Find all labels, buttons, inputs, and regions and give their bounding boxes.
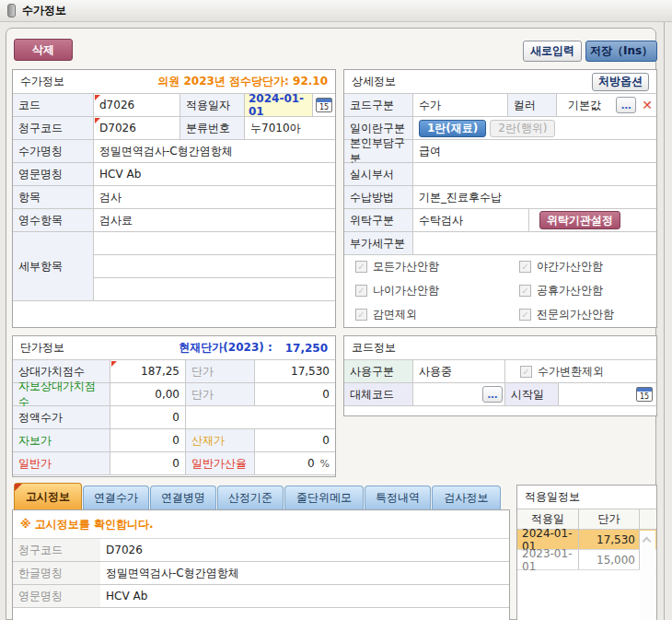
checkbox-label: 나이가산안함 (373, 283, 439, 298)
line-type-option-2[interactable]: 2란(행위) (490, 120, 555, 137)
apply-schedule-title: 적용일정보 (525, 489, 580, 505)
save-button[interactable]: 저장（Ins） (585, 41, 657, 62)
checkbox-icon: ✓ (519, 261, 531, 273)
detail-info-title: 상세정보 (352, 74, 396, 89)
apply-schedule-header: 적용일정보 (517, 485, 656, 509)
tab-gosi-info[interactable]: 고시정보 (14, 483, 82, 509)
self-pay-row: 본인부담구분 급여 (344, 140, 656, 163)
alt-code-cell: … (413, 383, 505, 405)
industrial-price-input[interactable]: 0 (255, 429, 335, 451)
payment-select[interactable]: 기본_진료후수납 (413, 186, 656, 208)
eng-name-input[interactable]: HCV Ab (94, 163, 335, 185)
checkbox-icon: ✓ (520, 366, 532, 378)
calendar-icon[interactable]: 15 (316, 98, 332, 112)
delete-button[interactable]: 삭제 (14, 39, 73, 61)
receipt-item-row: 영수항목 검사료 (13, 209, 335, 232)
tab-calc-standard[interactable]: 산정기준 (217, 485, 284, 509)
payment-row: 수납방법 기본_진료후수납 (344, 186, 656, 209)
rvu-input[interactable]: 187,25 (110, 360, 186, 382)
code-type-select[interactable]: 수가 (413, 94, 508, 116)
rx-option-button[interactable]: 처방옵션 (592, 73, 649, 91)
new-entry-button[interactable]: 새로입력 (523, 41, 582, 62)
claim-code-input[interactable]: D7026 (94, 117, 180, 139)
use-type-label: 사용구분 (344, 360, 413, 382)
checkbox-no-specialist-surcharge[interactable]: ✓ 전문의가산안함 (519, 307, 656, 322)
fee-name-input[interactable]: 정밀면역검사-C형간염항체 (94, 140, 335, 162)
checkbox-icon: ✓ (519, 285, 531, 297)
receipt-item-select[interactable]: 검사료 (94, 209, 335, 231)
start-date-cell: 15 (559, 383, 656, 405)
alt-code-row: 대체코드 … 시작일 15 (344, 383, 656, 406)
detail-item-rows: 세부항목 (13, 232, 335, 301)
checkbox-exclude-fee-convert[interactable]: ✓ 수가변환제외 (520, 364, 604, 380)
bottom-tabstrip: 고시정보 연결수가 연결병명 산정기준 줄단위메모 특정내역 검사정보 (14, 483, 502, 509)
code-input[interactable]: d7026 (94, 94, 180, 116)
tab-linked-fee[interactable]: 연결수가 (83, 485, 149, 509)
line-type-option-1[interactable]: 1란(재료) (419, 120, 486, 137)
checkbox-label: 수가변환제외 (538, 364, 604, 380)
auto-rvu-row: 자보상대가치점수 0,00 단가 0 (13, 383, 335, 406)
checkbox-no-holiday-surcharge[interactable]: ✓ 공휴가산안함 (519, 283, 656, 298)
apply-date-input[interactable]: 2024-01-01 (245, 94, 313, 116)
tab-label: 특정내역 (376, 490, 420, 506)
apply-list-scrollbar[interactable] (640, 531, 655, 619)
exec-dept-select[interactable] (413, 163, 656, 185)
item-select[interactable]: 검사 (94, 186, 335, 208)
tab-specific-detail[interactable]: 특정내역 (365, 485, 431, 509)
gosi-info-content: ※ 고시정보를 확인합니다. 청구코드 D7026 한글명칭 정밀면역검사-C형… (12, 509, 510, 620)
checkbox-no-all-surcharge[interactable]: ✓ 모든가산안함 (355, 259, 519, 275)
class-no-input[interactable]: 누7010아 (245, 117, 335, 139)
vat-select[interactable] (413, 232, 656, 254)
current-price-value: 17,250 (285, 342, 328, 355)
apply-price-cell: 15,000 (579, 550, 640, 569)
consign-select[interactable]: 수탁검사 (413, 209, 529, 231)
tab-label: 산정기준 (228, 490, 272, 506)
consign-org-setting-button[interactable]: 위탁기관설정 (539, 211, 620, 229)
detail-item-select-2[interactable] (94, 255, 335, 277)
code-type-label: 코드구분 (344, 94, 413, 116)
color-picker-button[interactable]: … (616, 97, 636, 113)
apply-row-2023[interactable]: 2023-01-01 15,000 (517, 550, 656, 570)
checkbox-no-night-surcharge[interactable]: ✓ 야간가산안함 (519, 259, 656, 275)
alt-code-label: 대체코드 (344, 383, 413, 405)
gosi-kor-name-label: 한글명칭 (13, 562, 100, 584)
code-info-title: 코드정보 (352, 340, 396, 356)
fee-info-panel: 수가정보 의원 2023년 점수당단가: 92.10 코드 d7026 적용일자… (12, 69, 336, 328)
page-title: 수가정보 (22, 3, 66, 18)
tab-label: 줄단위메모 (296, 490, 352, 506)
main-panel: 삭제 새로입력 저장（Ins） 수가정보 의원 2023년 점수당단가: 92.… (6, 28, 656, 620)
self-pay-select[interactable]: 급여 (413, 140, 656, 162)
fixed-fee-input[interactable]: 0 (110, 406, 186, 428)
detail-item-row-2 (94, 255, 335, 278)
auto-rvu-input[interactable]: 0,00 (110, 383, 186, 405)
apply-date-cell: 2024-01-01 15 (245, 94, 335, 116)
general-price-input[interactable]: 0 (110, 452, 186, 474)
auto-unit-price-label: 단가 (186, 383, 255, 405)
code-type-row: 코드구분 수가 컬러 기본값 … ✕ (344, 94, 656, 117)
checkbox-icon: ✓ (519, 309, 531, 321)
code-info-header: 코드정보 (344, 336, 656, 360)
tab-linked-diagnosis[interactable]: 연결병명 (150, 485, 216, 509)
clear-color-icon[interactable]: ✕ (642, 98, 653, 112)
detail-item-select-3[interactable] (94, 278, 335, 300)
use-type-select[interactable]: 사용중 (413, 360, 505, 382)
tab-fold-icon (15, 484, 22, 491)
exclude-convert-cell: ✓ 수가변환제외 (505, 360, 656, 382)
auto-price-row: 자보가 0 산재가 0 (13, 429, 335, 452)
auto-price-input[interactable]: 0 (110, 429, 186, 451)
price-info-panel: 단가정보 현재단가(2023) : 17,250 상대가치점수 187,25 단… (12, 335, 336, 477)
unit-price-value: 17,530 (255, 360, 335, 382)
detail-item-row-1 (94, 232, 335, 255)
tab-line-memo[interactable]: 줄단위메모 (284, 485, 364, 509)
fee-name-label: 수가명칭 (13, 140, 94, 162)
checkbox-no-age-surcharge[interactable]: ✓ 나이가산안함 (355, 283, 519, 298)
checkbox-discount-exclude[interactable]: ✓ 감면제외 (355, 307, 519, 322)
checkbox-icon: ✓ (355, 309, 367, 321)
alt-code-picker-button[interactable]: … (482, 386, 503, 403)
general-rate-input[interactable]: 0 % (255, 452, 335, 474)
tab-exam-info[interactable]: 검사정보 (432, 485, 501, 509)
gosi-claim-code-label: 청구코드 (13, 539, 100, 561)
calendar-icon[interactable]: 15 (636, 387, 653, 402)
eng-name-label: 영문명칭 (13, 163, 94, 185)
detail-item-select-1[interactable] (94, 232, 335, 254)
